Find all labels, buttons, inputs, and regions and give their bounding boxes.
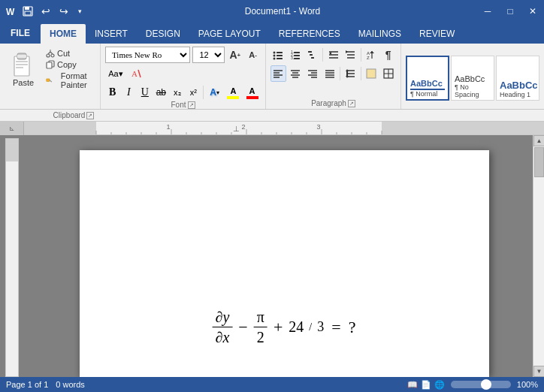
underline-button[interactable]: U <box>138 84 153 101</box>
svg-rect-27 <box>277 58 283 59</box>
svg-text:W: W <box>6 7 15 17</box>
svg-rect-29 <box>294 52 300 53</box>
format-painter-icon <box>46 76 53 85</box>
document-area: ∂y ∂x − π 2 + 24/3 = ? ▲ ▼ <box>0 135 544 377</box>
paragraph-group: 1.2.3. AZ ¶ <box>266 44 401 109</box>
align-right-button[interactable] <box>304 65 320 82</box>
highlight-color-button[interactable]: A <box>225 84 242 101</box>
sort-button[interactable]: AZ <box>364 47 379 63</box>
page-number-status: Page 1 of 1 <box>6 380 48 389</box>
tab-references[interactable]: REFERENCES <box>270 24 349 44</box>
svg-rect-9 <box>16 64 28 65</box>
scroll-track <box>533 146 544 366</box>
justify-button[interactable] <box>322 65 337 82</box>
svg-rect-33 <box>294 58 300 59</box>
format-painter-button[interactable]: Format Painter <box>44 71 95 90</box>
superscript-button[interactable]: x² <box>186 84 201 101</box>
qat-more-button[interactable]: ▾ <box>74 3 86 20</box>
tab-file[interactable]: FILE <box>0 23 41 44</box>
tab-mailings[interactable]: MAILINGS <box>349 24 410 44</box>
font-color-button[interactable]: A <box>243 84 261 101</box>
subscript-button[interactable]: x₂ <box>170 84 185 101</box>
svg-rect-25 <box>277 55 283 56</box>
show-formatting-marks-button[interactable]: ¶ <box>380 47 396 63</box>
view-read-button[interactable]: 📖 <box>407 380 418 390</box>
paste-label: Paste <box>13 78 34 87</box>
svg-rect-4 <box>25 11 31 15</box>
paste-icon <box>10 50 37 78</box>
change-case-button[interactable]: Aa▾ <box>105 65 126 82</box>
svg-rect-17 <box>47 62 52 68</box>
title-bar-text: Document1 - Word <box>89 6 476 17</box>
svg-rect-8 <box>16 61 28 62</box>
minimize-button[interactable]: ─ <box>476 0 499 23</box>
cut-button[interactable]: Cut <box>44 48 95 59</box>
font-grow-button[interactable]: A+ <box>227 47 243 63</box>
scroll-down-button[interactable]: ▼ <box>533 366 544 377</box>
paste-button[interactable]: Paste <box>5 47 42 90</box>
bold-button[interactable]: B <box>105 84 120 101</box>
redo-button[interactable]: ↪ <box>56 3 72 20</box>
svg-line-13 <box>48 52 50 54</box>
paragraph-expand-icon[interactable]: ↗ <box>348 100 355 107</box>
font-size-select[interactable]: 12 <box>192 47 225 63</box>
maximize-button[interactable]: □ <box>499 0 521 23</box>
view-print-button[interactable]: 📄 <box>421 380 431 390</box>
ruler-track: 1 2 3 ⊥ <box>24 122 544 134</box>
scroll-thumb[interactable] <box>534 147 544 177</box>
svg-rect-75 <box>382 122 544 134</box>
view-web-button[interactable]: 🌐 <box>434 380 445 390</box>
tab-review[interactable]: REVIEW <box>410 24 464 44</box>
svg-point-12 <box>51 54 54 57</box>
tab-design[interactable]: DESIGN <box>137 24 189 44</box>
font-shrink-button[interactable]: A- <box>245 47 261 63</box>
close-button[interactable]: ✕ <box>521 0 544 23</box>
vertical-scrollbar: ▲ ▼ <box>533 135 544 377</box>
multilevel-list-button[interactable] <box>304 47 320 63</box>
style-no-spacing[interactable]: AaBbCc ¶ No Spacing <box>451 56 494 101</box>
scissors-icon <box>46 49 55 58</box>
italic-button[interactable]: I <box>122 84 137 101</box>
svg-rect-18 <box>47 79 50 82</box>
font-name-select[interactable]: Times New Ro <box>105 47 190 63</box>
style-normal[interactable]: AaBbCc ¶ Normal <box>406 56 449 101</box>
svg-marker-44 <box>346 50 348 53</box>
clear-formatting-button[interactable]: A <box>128 65 144 82</box>
align-center-button[interactable] <box>288 65 304 82</box>
svg-text:3: 3 <box>316 123 320 131</box>
borders-button[interactable] <box>380 65 396 82</box>
word-count-status: 0 words <box>56 380 85 389</box>
word-icon: W <box>3 4 18 19</box>
save-button[interactable] <box>20 3 36 20</box>
clipboard-expand-icon[interactable]: ↗ <box>86 112 94 119</box>
svg-rect-100 <box>6 139 19 161</box>
svg-text:1: 1 <box>166 123 170 131</box>
line-spacing-button[interactable] <box>343 65 358 82</box>
svg-line-21 <box>138 70 141 77</box>
tab-home[interactable]: HOME <box>41 24 86 44</box>
ruler: ⊾ <box>0 122 544 135</box>
scroll-up-button[interactable]: ▲ <box>533 135 544 146</box>
bullets-button[interactable] <box>270 47 286 63</box>
strikethrough-button[interactable]: ab <box>154 84 169 101</box>
svg-rect-23 <box>277 52 283 53</box>
math-equation: ∂y ∂x − π 2 + 24/3 = ? <box>213 307 356 347</box>
document-page[interactable]: ∂y ∂x − π 2 + 24/3 = ? <box>80 150 489 377</box>
copy-button[interactable]: Copy <box>44 59 95 70</box>
svg-marker-48 <box>370 51 374 53</box>
increase-indent-button[interactable] <box>343 47 358 63</box>
align-left-button[interactable] <box>270 65 286 82</box>
decrease-indent-button[interactable] <box>325 47 341 63</box>
text-effects-button[interactable]: A▾ <box>206 84 223 101</box>
undo-button[interactable]: ↩ <box>38 3 54 20</box>
tab-insert[interactable]: INSERT <box>86 24 137 44</box>
vertical-ruler <box>5 138 19 377</box>
numbering-button[interactable]: 1.2.3. <box>288 47 304 63</box>
ruler-corner[interactable]: ⊾ <box>0 122 24 135</box>
style-heading1[interactable]: AaBbCc Heading 1 <box>496 56 539 101</box>
font-expand-icon[interactable]: ↗ <box>188 101 195 109</box>
shading-button[interactable] <box>364 65 379 82</box>
clipboard-group: Paste Cut Copy Format Painter <box>0 44 101 109</box>
svg-rect-73 <box>24 122 96 134</box>
tab-page-layout[interactable]: PAGE LAYOUT <box>189 24 270 44</box>
